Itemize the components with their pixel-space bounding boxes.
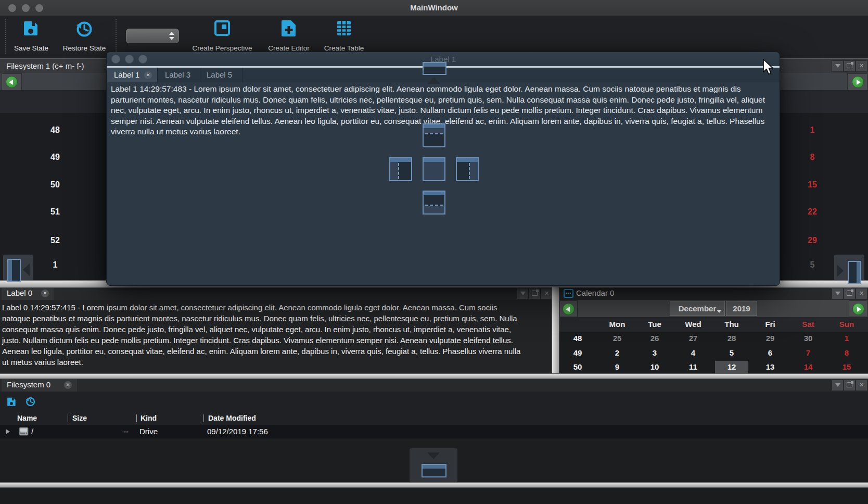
calendar0-day-cell[interactable]: 27 (676, 334, 710, 343)
calendar0-day-cell[interactable]: 6 (754, 348, 787, 357)
row-size: -- (123, 427, 129, 436)
dock-menu-button[interactable] (832, 288, 844, 299)
calendar1-sun-cell[interactable]: 15 (797, 180, 828, 190)
restore-icon[interactable] (25, 396, 35, 409)
label0-tab-label: Label 0 (7, 288, 32, 297)
calendar0-day-cell[interactable]: 14 (792, 362, 825, 371)
save-state-icon[interactable] (23, 20, 40, 36)
row-kind: Drive (139, 427, 158, 436)
save-icon[interactable] (7, 397, 17, 409)
calendar0-day-cell[interactable]: 9 (601, 362, 634, 371)
calendar1-sun-cell[interactable]: 5 (797, 260, 828, 270)
tab-label5[interactable]: Label 5 (207, 68, 232, 82)
calendar0-day-cell[interactable]: 11 (676, 362, 710, 371)
expand-caret-icon[interactable] (6, 429, 10, 434)
save-state-button[interactable]: Save State (7, 44, 55, 53)
column-header-date-modified[interactable]: Date Modified (208, 414, 256, 422)
drop-right-icon[interactable] (456, 157, 479, 181)
filesystem0-tab[interactable]: Filesystem 0 ✕ (2, 378, 77, 392)
dock-float-button[interactable] (844, 380, 856, 391)
label0-tab[interactable]: Label 0 ✕ (2, 287, 54, 300)
calendar1-sun-cell[interactable]: 22 (797, 207, 828, 217)
calendar0-day-cell[interactable]: 8 (830, 348, 863, 357)
chevron-down-icon (835, 292, 840, 295)
calendar0-day-cell[interactable]: 10 (638, 362, 671, 371)
drop-right-edge-icon[interactable] (848, 261, 861, 284)
calendar0-day-cell[interactable]: 29 (754, 334, 787, 343)
calendar1-week-number: 52 (40, 236, 71, 245)
create-perspective-icon[interactable] (214, 20, 231, 36)
calendar0-day-cell[interactable]: 12 (715, 362, 748, 371)
table-row[interactable]: / -- Drive 09/12/2019 17:56 (0, 425, 868, 438)
dock-float-button[interactable] (844, 60, 856, 72)
perspective-combobox[interactable] (126, 29, 179, 43)
restore-state-icon[interactable] (75, 20, 93, 37)
create-table-icon[interactable] (336, 20, 352, 36)
tab-close-icon[interactable]: ✕ (64, 381, 72, 389)
calendar0-day-cell[interactable]: 5 (715, 348, 748, 357)
column-separator[interactable] (203, 414, 204, 422)
column-header-name[interactable]: Name (17, 414, 37, 422)
drop-top-edge-icon[interactable] (423, 62, 446, 75)
calendar0-day-cell[interactable]: 30 (792, 334, 825, 343)
status-bar (0, 487, 868, 504)
column-header-size[interactable]: Size (72, 414, 87, 422)
tab-close-icon[interactable]: ✕ (144, 71, 152, 79)
calendar0-day-cell[interactable]: 13 (754, 362, 787, 371)
tab-label3[interactable]: Label 3 (165, 68, 190, 82)
mouse-cursor-icon (762, 59, 775, 79)
row-name: / (31, 427, 33, 436)
dock-float-button[interactable] (844, 288, 856, 299)
vertical-splitter[interactable] (552, 287, 559, 373)
calendar0-day-cell[interactable]: 15 (830, 362, 863, 371)
calendar0-day-header: Mon (601, 320, 634, 329)
tab-label1[interactable]: Label 1 ✕ (107, 68, 157, 82)
dock-close-button[interactable]: ✕ (541, 288, 553, 299)
dock-float-button[interactable] (529, 288, 541, 299)
calendar1-prev-month-button[interactable] (6, 76, 18, 88)
create-editor-icon[interactable] (281, 19, 297, 37)
tab-close-icon[interactable]: ✕ (41, 289, 49, 297)
dock-menu-button[interactable] (517, 288, 529, 299)
calendar0-day-cell[interactable]: 2 (601, 348, 634, 357)
calendar0-day-cell[interactable]: 28 (715, 334, 748, 343)
calendar0-day-cell[interactable]: 4 (676, 348, 710, 357)
calendar1-next-month-button[interactable] (852, 76, 864, 88)
drop-left-edge-icon[interactable] (7, 259, 21, 282)
drop-bottom-edge-icon[interactable] (422, 464, 446, 477)
calendar0-day-cell[interactable]: 3 (638, 348, 671, 357)
calendar0-next-month-button[interactable] (852, 303, 864, 315)
filesystem0-table-header: Name Size Kind Date Modified (0, 411, 868, 425)
calendar1-sun-cell[interactable]: 8 (797, 153, 828, 162)
calendar0-day-cell[interactable]: 25 (601, 334, 634, 343)
column-header-kind[interactable]: Kind (141, 414, 157, 422)
arrow-down-icon (427, 452, 440, 459)
column-separator[interactable] (136, 414, 137, 422)
dock-menu-button[interactable] (832, 60, 844, 72)
dock-close-button[interactable]: ✕ (856, 288, 867, 299)
calendar0-prev-month-button[interactable] (563, 303, 575, 315)
calendar0-day-cell[interactable]: 1 (830, 334, 863, 343)
column-separator[interactable] (68, 414, 68, 422)
label0-titlebar: Label 0 ✕ ✕ (0, 287, 552, 300)
calendar0-grid[interactable]: 482526272829301492345678509101112131415 (558, 332, 868, 373)
horizontal-splitter[interactable] (0, 373, 868, 379)
dock-close-button[interactable]: ✕ (856, 60, 867, 72)
restore-state-button[interactable]: Restore State (58, 44, 110, 53)
drop-bottom-icon[interactable] (423, 191, 445, 215)
drop-top-icon[interactable] (423, 123, 445, 147)
calendar0-day-header: Sat (792, 320, 825, 329)
calendar0-day-header: Thu (715, 320, 748, 329)
arrow-left-icon (23, 263, 30, 276)
calendar0-day-cell[interactable]: 7 (792, 348, 825, 357)
horizontal-scrollbar[interactable] (0, 482, 868, 488)
drop-left-icon[interactable] (389, 157, 412, 181)
dock-menu-button[interactable] (832, 380, 844, 391)
calendar0-day-cell[interactable]: 26 (638, 334, 671, 343)
dock-close-button[interactable]: ✕ (856, 380, 867, 391)
calendar1-sun-cell[interactable]: 1 (797, 125, 828, 135)
drop-center-icon[interactable] (423, 157, 445, 181)
calendar1-sun-cell[interactable]: 29 (797, 236, 828, 245)
calendar0-year-spinner[interactable]: 2019 (726, 301, 757, 316)
calendar0-month-button[interactable]: December (670, 301, 725, 316)
